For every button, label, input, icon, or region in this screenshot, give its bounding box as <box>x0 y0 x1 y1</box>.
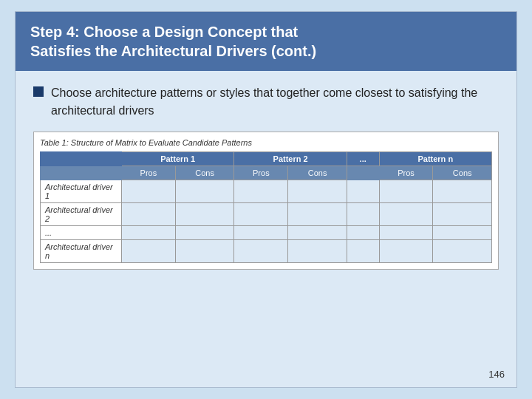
cell-3-6 <box>379 226 433 240</box>
cell-1-1 <box>121 180 175 203</box>
cons1-header: Cons <box>175 166 234 180</box>
table-row: ... <box>41 226 492 240</box>
cons2-header: Cons <box>288 166 347 180</box>
cell-4-3 <box>234 240 288 263</box>
consn-header: Cons <box>433 166 492 180</box>
table-caption: Table 1: Structure of Matrix to Evaluate… <box>40 138 492 147</box>
driver2-label: Architectural driver 2 <box>41 203 122 226</box>
patternn-header: Pattern n <box>379 152 491 166</box>
slide: Step 4: Choose a Design Concept that Sat… <box>15 11 517 388</box>
empty-dots-sub <box>347 166 379 180</box>
pattern2-header: Pattern 2 <box>234 152 347 166</box>
content-area: Choose architecture patterns or styles t… <box>16 71 516 387</box>
cell-1-2 <box>175 180 234 203</box>
header-row-patterns: Pattern 1 Pattern 2 ... Pattern n <box>41 152 492 166</box>
driver1-label: Architectural driver 1 <box>41 180 122 203</box>
table-container: Table 1: Structure of Matrix to Evaluate… <box>33 132 499 270</box>
cell-4-6 <box>379 240 433 263</box>
prosn-header: Pros <box>379 166 433 180</box>
cell-2-6 <box>379 203 433 226</box>
bullet-item: Choose architecture patterns or styles t… <box>33 84 499 120</box>
matrix-table: Pattern 1 Pattern 2 ... Pattern n Pros C… <box>40 151 492 263</box>
cell-4-4 <box>288 240 347 263</box>
cell-4-1 <box>121 240 175 263</box>
cell-1-7 <box>433 180 492 203</box>
cell-3-2 <box>175 226 234 240</box>
cell-3-7 <box>433 226 492 240</box>
bullet-icon <box>33 86 44 97</box>
table-row: Architectural driver 1 <box>41 180 492 203</box>
cell-1-3 <box>234 180 288 203</box>
cell-2-5 <box>347 203 379 226</box>
cell-2-4 <box>288 203 347 226</box>
pros1-header: Pros <box>121 166 175 180</box>
page-number: 146 <box>488 369 505 380</box>
cell-3-5 <box>347 226 379 240</box>
cell-2-7 <box>433 203 492 226</box>
dots-label: ... <box>41 226 122 240</box>
bullet-text: Choose architecture patterns or styles t… <box>51 84 499 120</box>
cell-2-1 <box>121 203 175 226</box>
cell-3-1 <box>121 226 175 240</box>
empty-header-1 <box>41 152 122 166</box>
cell-1-5 <box>347 180 379 203</box>
cell-4-5 <box>347 240 379 263</box>
header-row-pros-cons: Pros Cons Pros Cons Pros Cons <box>41 166 492 180</box>
dots-header: ... <box>347 152 379 166</box>
cell-2-3 <box>234 203 288 226</box>
table-row: Architectural driver 2 <box>41 203 492 226</box>
slide-title: Step 4: Choose a Design Concept that Sat… <box>16 12 516 71</box>
pros2-header: Pros <box>234 166 288 180</box>
cell-1-4 <box>288 180 347 203</box>
cell-1-6 <box>379 180 433 203</box>
table-row: Architectural driver n <box>41 240 492 263</box>
pattern1-header: Pattern 1 <box>121 152 233 166</box>
cell-4-2 <box>175 240 234 263</box>
cell-3-3 <box>234 226 288 240</box>
empty-header-2 <box>41 166 122 180</box>
cell-2-2 <box>175 203 234 226</box>
cell-3-4 <box>288 226 347 240</box>
cell-4-7 <box>433 240 492 263</box>
drivern-label: Architectural driver n <box>41 240 122 263</box>
